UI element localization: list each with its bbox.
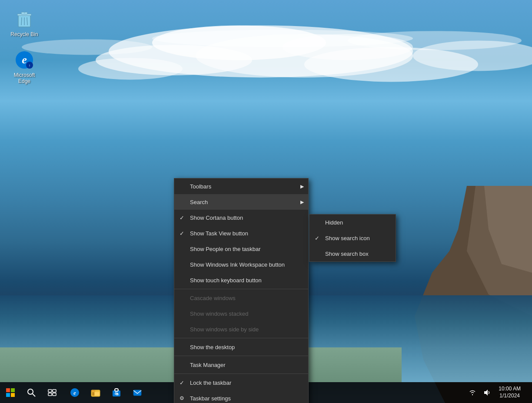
taskbar-explorer-button[interactable] — [85, 382, 106, 403]
svg-point-6 — [304, 47, 478, 82]
edge-desktop-image: e ↑ — [14, 50, 35, 70]
svg-rect-42 — [115, 389, 118, 391]
submenu-item-show-icon[interactable]: ✓ Show search icon — [309, 230, 396, 246]
check-task-view: ✓ — [180, 230, 184, 237]
context-menu: Toolbars ▶ Search ▶ Hidden ✓ Show search… — [174, 178, 309, 403]
menu-item-show-ink[interactable]: Show Windows Ink Workspace button — [174, 257, 308, 272]
svg-rect-28 — [11, 393, 15, 397]
check-cortana: ✓ — [180, 215, 184, 221]
svg-point-2 — [196, 34, 413, 77]
recycle-bin-image: ♻ — [14, 9, 35, 30]
menu-item-lock-taskbar[interactable]: ✓ Lock the taskbar — [174, 375, 308, 390]
desktop: ♻ Recycle Bin e ↑ Microsoft Edge Toolbar… — [0, 0, 532, 403]
tray-network-icon[interactable] — [466, 382, 479, 403]
submenu-arrow-search: ▶ — [300, 199, 304, 205]
menu-item-show-people[interactable]: Show People on the taskbar — [174, 241, 308, 257]
svg-point-10 — [348, 31, 522, 50]
svg-point-4 — [283, 34, 413, 60]
submenu-label-show-icon: Show search icon — [325, 235, 370, 241]
svg-marker-13 — [484, 186, 532, 273]
menu-label-cortana: Show Cortana button — [190, 215, 243, 221]
menu-item-show-desktop[interactable]: Show the desktop — [174, 339, 308, 355]
menu-item-taskbar-settings[interactable]: ⚙ Taskbar settings — [174, 390, 308, 403]
svg-text:♻: ♻ — [24, 12, 25, 14]
menu-label-stacked: Show windows stacked — [190, 311, 248, 317]
taskbar-search-button[interactable] — [21, 382, 42, 403]
menu-label-lock-taskbar: Lock the taskbar — [190, 380, 231, 386]
edge-desktop-icon[interactable]: e ↑ Microsoft Edge — [7, 48, 42, 86]
svg-rect-38 — [91, 390, 95, 392]
menu-label-taskbar-settings: Taskbar settings — [190, 395, 231, 402]
separator-3 — [174, 356, 308, 356]
tray-volume-icon[interactable] — [480, 382, 494, 403]
menu-item-task-manager[interactable]: Task Manager — [174, 357, 308, 373]
menu-label-ink: Show Windows Ink Workspace button — [190, 261, 285, 268]
menu-item-stacked: Show windows stacked — [174, 306, 308, 321]
svg-line-17 — [21, 17, 22, 25]
menu-label-keyboard: Show touch keyboard button — [190, 277, 262, 284]
submenu-arrow-toolbars: ▶ — [300, 184, 304, 189]
svg-rect-39 — [92, 392, 94, 396]
menu-label-side-by-side: Show windows side by side — [190, 326, 259, 333]
recycle-bin-icon[interactable]: ♻ Recycle Bin — [7, 7, 42, 39]
menu-label-toolbars: Toolbars — [190, 183, 211, 190]
menu-item-side-by-side: Show windows side by side — [174, 321, 308, 337]
search-submenu: Hidden ✓ Show search icon Show search bo… — [309, 214, 396, 262]
svg-marker-45 — [484, 390, 488, 396]
show-desktop-button[interactable] — [525, 382, 529, 403]
menu-label-show-desktop: Show the desktop — [190, 344, 235, 350]
svg-rect-25 — [6, 388, 10, 392]
svg-point-8 — [152, 30, 413, 47]
submenu-item-show-box[interactable]: Show search box — [309, 246, 396, 261]
svg-rect-34 — [53, 393, 56, 396]
svg-point-1 — [152, 25, 326, 60]
svg-rect-26 — [11, 388, 15, 392]
taskbar-store-button[interactable]: 🛍 — [106, 382, 127, 403]
menu-item-show-keyboard[interactable]: Show touch keyboard button — [174, 272, 308, 288]
svg-rect-44 — [133, 390, 141, 396]
clock-date: 1/1/2024 — [499, 393, 521, 400]
check-lock-taskbar: ✓ — [180, 380, 184, 386]
menu-label-people: Show People on the taskbar — [190, 246, 261, 252]
svg-text:e: e — [73, 390, 76, 396]
svg-rect-40 — [95, 392, 100, 396]
svg-point-7 — [413, 40, 532, 71]
submenu-label-hidden: Hidden — [325, 219, 343, 226]
svg-point-0 — [109, 25, 413, 77]
taskbar-edge-button[interactable]: e — [64, 382, 85, 403]
menu-label-task-view: Show Task View button — [190, 230, 248, 237]
menu-item-toolbars[interactable]: Toolbars ▶ — [174, 178, 308, 194]
svg-rect-31 — [48, 390, 52, 392]
taskbar-tray: 10:00 AM 1/1/2024 — [466, 382, 532, 403]
edge-desktop-label: Microsoft Edge — [9, 72, 40, 85]
svg-rect-32 — [53, 390, 56, 392]
menu-label-cascade: Cascade windows — [190, 295, 236, 301]
submenu-label-show-box: Show search box — [325, 251, 369, 257]
svg-point-3 — [96, 45, 252, 75]
gear-icon: ⚙ — [180, 395, 184, 401]
clock-time: 10:00 AM — [499, 386, 521, 393]
svg-point-29 — [28, 389, 33, 394]
svg-text:e: e — [22, 53, 27, 66]
svg-text:↑: ↑ — [29, 63, 31, 68]
menu-item-search[interactable]: Search ▶ Hidden ✓ Show search icon Show … — [174, 194, 308, 210]
separator-2 — [174, 338, 308, 338]
start-button[interactable] — [0, 382, 21, 403]
task-view-button[interactable] — [42, 382, 63, 403]
submenu-check-icon: ✓ — [315, 235, 319, 241]
svg-line-19 — [27, 17, 27, 25]
svg-line-30 — [33, 394, 35, 396]
menu-label-task-manager: Task Manager — [190, 362, 226, 368]
svg-text:🛍: 🛍 — [115, 392, 119, 396]
submenu-item-hidden[interactable]: Hidden — [309, 215, 396, 230]
separator-4 — [174, 373, 308, 374]
recycle-bin-label: Recycle Bin — [10, 31, 38, 37]
menu-item-cascade: Cascade windows — [174, 290, 308, 306]
svg-point-5 — [78, 58, 183, 79]
separator-1 — [174, 289, 308, 289]
menu-label-search: Search — [190, 199, 208, 205]
taskbar-time[interactable]: 10:00 AM 1/1/2024 — [495, 386, 524, 399]
menu-item-show-cortana[interactable]: ✓ Show Cortana button — [174, 210, 308, 225]
taskbar-mail-button[interactable] — [127, 382, 148, 403]
menu-item-show-task-view[interactable]: ✓ Show Task View button — [174, 225, 308, 241]
